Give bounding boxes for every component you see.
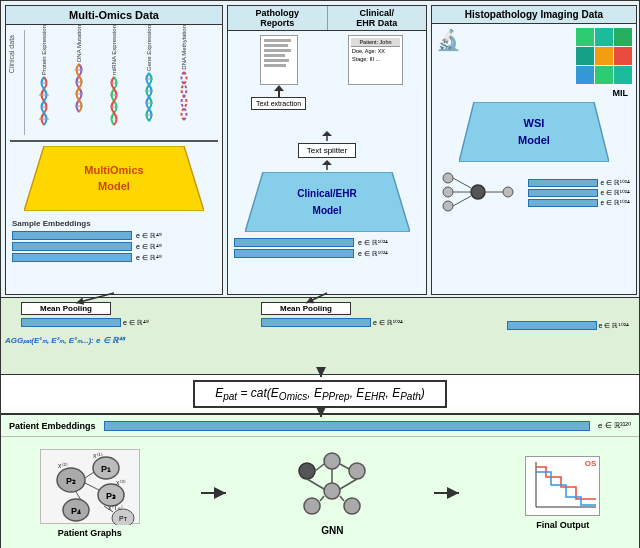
mil-agg-section: e ∈ ℝ¹⁰²⁴ <box>507 318 629 330</box>
top-section: Multi-Omics Data Clinical data Protein E… <box>1 1 639 311</box>
svg-text:MultiOmics: MultiOmics <box>84 164 143 176</box>
svg-point-59 <box>324 453 340 469</box>
gnn-graph <box>292 451 372 521</box>
svg-point-63 <box>344 498 360 514</box>
svg-line-69 <box>320 496 324 501</box>
multiomics-panel: Multi-Omics Data Clinical data Protein E… <box>5 5 223 295</box>
pathology-title: PathologyReports <box>228 6 328 30</box>
svg-point-61 <box>324 483 340 499</box>
arrow-down-icon <box>274 85 284 97</box>
mirna-helix-icon <box>105 75 123 130</box>
wsi-embed-3: e ∈ ℝ¹⁰²⁴ <box>600 199 630 207</box>
gene-label: Gene Expression <box>146 25 152 71</box>
clinical-model-container: Clinical/EHR Model <box>245 172 410 234</box>
svg-line-68 <box>340 479 357 489</box>
svg-point-33 <box>471 185 485 199</box>
methylation-helix-icon <box>175 70 193 125</box>
svg-text:x⁽¹⁾: x⁽¹⁾ <box>93 452 103 459</box>
mean-pooling-1: Mean Pooling e ∈ ℝ⁴⁸ <box>21 302 161 327</box>
patient-graphs: P₂ P₁ P₃ P₄ Pт x⁽²⁾ x⁽¹⁾ x⁽³⁾ <box>40 449 140 538</box>
protein-col: Protein Expression <box>28 25 60 130</box>
svg-line-70 <box>340 496 344 501</box>
pathology-header: PathologyReports Clinical/EHR Data <box>228 6 426 31</box>
sample-embeddings: Sample Embeddings e ∈ ℝ⁴⁸ e ∈ ℝ⁴⁸ e ∈ ℝ⁴… <box>6 217 222 264</box>
clinical-trapezoid-icon: Clinical/EHR Model <box>245 172 410 232</box>
svg-text:x⁽²⁾: x⁽²⁾ <box>58 462 68 469</box>
mirna-col: miRNA Expression <box>98 25 130 130</box>
arrow-to-output-icon <box>434 483 464 503</box>
patient-graph-svg: P₂ P₁ P₃ P₄ Pт x⁽²⁾ x⁽¹⁾ x⁽³⁾ <box>41 450 141 525</box>
svg-text:Clinical/EHR: Clinical/EHR <box>297 188 357 199</box>
aggregation-section: Mean Pooling e ∈ ℝ⁴⁸ AGGₚₐₜ(E¹ₘ, E²ₘ, E³… <box>1 297 639 375</box>
histo-title: Histopathology Imaging Data <box>432 6 636 24</box>
svg-marker-18 <box>274 85 284 91</box>
survival-curve: OS <box>525 456 600 516</box>
svg-text:Model: Model <box>312 205 341 216</box>
svg-point-60 <box>349 463 365 479</box>
microscope-icon: 🔬 <box>436 28 461 52</box>
wsi-embed-1: e ∈ ℝ¹⁰²⁴ <box>600 179 630 187</box>
protein-label: Protein Expression <box>41 25 47 75</box>
wsi-trapezoid-icon: WSI Model <box>459 102 609 162</box>
agg-embed-3: e ∈ ℝ¹⁰²⁴ <box>599 322 629 330</box>
svg-point-34 <box>503 187 513 197</box>
methylation-label: DNA Methylation <box>181 25 187 70</box>
gene-col: Gene Expression <box>133 25 165 130</box>
svg-marker-22 <box>322 160 332 165</box>
multiomics-trapezoid-icon: MultiOmics Model <box>24 146 204 211</box>
svg-marker-20 <box>322 131 332 136</box>
wsi-model-container: WSI Model <box>459 102 609 164</box>
svg-text:P₄: P₄ <box>71 506 81 516</box>
agg-embed-1: e ∈ ℝ⁴⁸ <box>123 319 149 327</box>
svg-marker-24 <box>245 172 410 232</box>
patient-embeddings-row: Patient Embeddings e ∈ ℝ³¹²⁰ <box>1 415 639 437</box>
ehr-section: Patient: John Doe, Age: XX Stage: III ..… <box>329 35 422 127</box>
svg-line-64 <box>315 464 324 471</box>
clinical-embed-math-1: e ∈ ℝ¹⁰²⁴ <box>358 239 388 247</box>
patient-embed-math: e ∈ ℝ³¹²⁰ <box>598 421 631 430</box>
svg-point-32 <box>443 201 453 211</box>
wsi-embed-2: e ∈ ℝ¹⁰²⁴ <box>600 189 630 197</box>
gnn-section: GNN <box>292 451 372 536</box>
histo-panel: Histopathology Imaging Data 🔬 <box>431 5 637 295</box>
formula-section: Epat = cat(EOmics, EPPrep, EEHR, EPath) <box>1 375 639 415</box>
svg-line-37 <box>453 196 471 206</box>
svg-text:x⁽³⁾: x⁽³⁾ <box>116 479 126 486</box>
svg-marker-27 <box>459 102 609 162</box>
svg-line-65 <box>307 479 324 489</box>
arrow-down-2-icon <box>322 131 332 141</box>
svg-text:WSI: WSI <box>524 117 545 129</box>
svg-text:P₃: P₃ <box>106 491 116 501</box>
protein-helix-icon <box>35 75 53 130</box>
svg-marker-15 <box>24 146 204 211</box>
embed-math-2: e ∈ ℝ⁴⁸ <box>136 243 162 251</box>
formula-box: Epat = cat(EOmics, EPPrep, EEHR, EPath) <box>193 380 447 408</box>
mil-network-icon <box>438 170 518 215</box>
final-output-label: Final Output <box>536 520 589 530</box>
patient-graphs-label: Patient Graphs <box>58 528 122 538</box>
arrow-to-gnn-icon <box>201 483 231 503</box>
multiomics-model-container: MultiOmics Model <box>24 146 204 213</box>
os-label: OS <box>585 459 597 468</box>
svg-text:Model: Model <box>518 134 550 146</box>
gnn-icon <box>292 451 372 521</box>
svg-point-62 <box>304 498 320 514</box>
pathology-panel: PathologyReports Clinical/EHR Data Tex <box>227 5 427 295</box>
tissue-patches <box>576 28 632 84</box>
gene-helix-icon <box>140 71 158 126</box>
text-splitter-box: Text splitter <box>298 143 356 158</box>
text-extraction-box: Text extraction <box>251 97 306 110</box>
dna-helix-icon <box>70 62 88 117</box>
pathology-doc-icon <box>260 35 298 85</box>
output-section: OS Final Output <box>525 456 600 530</box>
main-diagram: Multi-Omics Data Clinical data Protein E… <box>0 0 640 548</box>
svg-point-58 <box>299 463 315 479</box>
embed-math-1: e ∈ ℝ⁴⁸ <box>136 232 162 240</box>
multiomics-title: Multi-Omics Data <box>6 6 222 25</box>
sample-embed-label: Sample Embeddings <box>12 219 216 228</box>
svg-text:Model: Model <box>98 180 130 192</box>
svg-line-54 <box>85 483 99 490</box>
svg-text:P₂: P₂ <box>66 476 76 486</box>
mil-network: e ∈ ℝ¹⁰²⁴ e ∈ ℝ¹⁰²⁴ e ∈ ℝ¹⁰²⁴ <box>432 168 636 217</box>
clinical-ehr-title: Clinical/EHR Data <box>328 6 427 30</box>
